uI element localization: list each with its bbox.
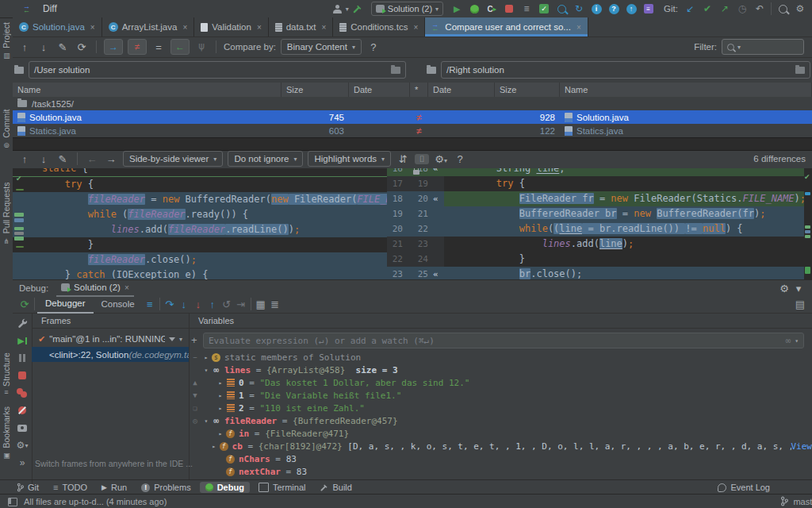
layout-settings-icon[interactable]: ≣ xyxy=(268,298,282,310)
expander-icon[interactable]: ▾ xyxy=(201,367,211,374)
column-header-size[interactable]: Size xyxy=(282,83,349,97)
expander-icon[interactable]: ▸ xyxy=(216,430,225,437)
upload-icon[interactable]: ↑ xyxy=(624,2,638,16)
filter-funnel-icon[interactable] xyxy=(169,337,175,341)
tab-conditions-tcs[interactable]: Conditions.tcs× xyxy=(333,17,425,37)
sidebar-item-bookmarks[interactable]: ▣Bookmarks xyxy=(0,406,13,460)
equal-icon[interactable]: = xyxy=(151,41,166,53)
view-as-table-icon[interactable]: ▦ xyxy=(254,298,268,310)
variable-row[interactable]: ▼▸1 = "Die Variable heißt file1." xyxy=(189,389,812,402)
toolwindow-button-terminal[interactable]: Terminal xyxy=(253,482,312,493)
user-icon[interactable] xyxy=(330,2,344,16)
left-path-input[interactable]: /User solution xyxy=(29,61,406,79)
stop-button[interactable] xyxy=(502,2,516,16)
next-difference-button[interactable]: ↓ xyxy=(36,41,51,53)
checks-icon[interactable]: ✓ xyxy=(537,2,551,16)
expander-icon[interactable]: ▸ xyxy=(216,405,225,412)
right-path-input[interactable]: /Right solution xyxy=(441,61,810,79)
toolwindow-button-event-log[interactable]: Event Log xyxy=(712,482,776,493)
close-icon[interactable]: × xyxy=(257,23,262,32)
variable-row[interactable]: fnChars = 83 xyxy=(189,452,812,465)
expander-icon[interactable]: ▸ xyxy=(216,392,225,399)
sidebar-item-project[interactable]: ▤Project xyxy=(0,22,13,60)
history-icon[interactable]: ◷ xyxy=(735,2,749,16)
settings-gear-icon[interactable]: ⚙ xyxy=(793,2,807,16)
tool-window-toggle-icon[interactable] xyxy=(8,498,17,506)
variables-tree[interactable]: −▸sstatic members of Solution▾∞lines = {… xyxy=(189,351,812,479)
hide-panel-icon[interactable]: ▾ xyxy=(791,283,806,294)
stop-button[interactable] xyxy=(17,370,28,381)
build-hammer-icon[interactable] xyxy=(350,2,365,16)
tab-validation[interactable]: Validation× xyxy=(194,17,269,37)
run-configuration-select[interactable]: Solution (2)▾ xyxy=(371,2,443,16)
step-over-button[interactable]: ↷ xyxy=(163,298,177,310)
edit-icon[interactable]: ✎ xyxy=(56,41,70,53)
coverage-button[interactable]: C▸ xyxy=(485,2,499,16)
tab-compare-user-and-correct-so-[interactable]: →←Compare user and correct so...× xyxy=(425,17,588,37)
variable-row[interactable]: ▸fin = {FileReader@471} xyxy=(189,427,812,440)
search-everywhere-icon[interactable] xyxy=(554,2,569,16)
accept-left-button[interactable]: ← xyxy=(170,39,190,55)
variable-row[interactable]: ▸fcb = {char[8192]@472} [D, a, s, , k, o… xyxy=(189,440,812,452)
thread-selector[interactable]: ✔ "main"@1 in ...in": RUNNING ▾ xyxy=(32,331,189,347)
close-icon[interactable]: × xyxy=(414,23,419,32)
rerun-button[interactable]: ⟳ xyxy=(17,298,32,310)
edit-icon[interactable]: ✎ xyxy=(56,153,70,165)
rollback-icon[interactable]: ↶ xyxy=(753,2,767,16)
git-branch-icon[interactable] xyxy=(780,496,788,508)
add-watch-button[interactable]: + xyxy=(191,334,197,346)
toolwindow-button-run[interactable]: ▶Run xyxy=(96,482,132,493)
variable-row[interactable]: −▸sstatic members of Solution xyxy=(189,351,812,364)
close-icon[interactable]: × xyxy=(90,23,95,32)
tab-debugger[interactable]: Debugger xyxy=(37,294,94,314)
prev-difference-button[interactable]: ↑ xyxy=(17,41,32,53)
browse-folder-icon[interactable] xyxy=(391,67,400,74)
evaluate-expression-input[interactable]: Evaluate expression (↵) or add a watch (… xyxy=(203,333,804,348)
prev-change-button[interactable]: ↑ xyxy=(17,153,32,165)
help-button[interactable]: ? xyxy=(366,41,381,53)
tab-console[interactable]: Console xyxy=(94,295,143,313)
column-header-*[interactable]: * xyxy=(410,83,428,97)
close-icon[interactable]: × xyxy=(124,283,129,292)
expander-icon[interactable]: ▸ xyxy=(201,354,211,361)
editor-toggle-icon[interactable]: ⌷ xyxy=(415,154,429,164)
accept-right-button[interactable]: → xyxy=(104,39,123,55)
thread-dump-camera-button[interactable] xyxy=(17,422,28,433)
column-header-name[interactable]: Name xyxy=(560,83,812,97)
expander-icon[interactable]: ▸ xyxy=(216,379,225,387)
toolwindow-button-problems[interactable]: !Problems xyxy=(136,482,196,493)
browse-folder-icon[interactable] xyxy=(795,67,805,74)
resume-button[interactable]: ▶ xyxy=(17,335,28,346)
tab-arraylist-java[interactable]: CArrayList.java× xyxy=(102,17,195,37)
force-step-into-button[interactable]: ↓ xyxy=(191,298,205,310)
viewer-mode-select[interactable]: Side-by-side viewer▾ xyxy=(123,151,223,167)
diff-code-area[interactable]: static {try {fileReader = new BufferedRe… xyxy=(13,168,812,279)
error-stripe[interactable]: ✔ xyxy=(804,168,812,279)
wrench-icon[interactable] xyxy=(17,318,28,329)
plugin-icon[interactable]: ≡ xyxy=(642,2,656,16)
column-header-date[interactable]: Date xyxy=(428,83,495,97)
stack-frame-row[interactable]: <clinit>:22, Solution (de.codegym.task xyxy=(32,347,189,362)
collapse-unchanged-icon[interactable]: ⇵ xyxy=(396,153,410,165)
toolwindow-button-git[interactable]: Git xyxy=(11,482,44,493)
toolwindow-button-debug[interactable]: Debug xyxy=(200,482,250,493)
table-row[interactable]: Solution.java745≠928Solution.java xyxy=(13,110,812,124)
close-icon[interactable]: × xyxy=(576,23,581,32)
refresh-icon[interactable]: ↻ xyxy=(572,2,586,16)
sidebar-item-commit[interactable]: ⊚Commit xyxy=(0,110,13,148)
settings-gear-icon[interactable]: ⚙▾ xyxy=(17,440,28,451)
variable-row[interactable]: fnextChar = 83 xyxy=(189,465,812,478)
search-icon[interactable] xyxy=(776,2,790,16)
highlight-mode-select[interactable]: Highlight words▾ xyxy=(308,151,391,167)
layout-list-icon[interactable]: ≡ xyxy=(143,298,157,310)
view-breakpoints-button[interactable] xyxy=(17,387,28,398)
git-commit-icon[interactable]: ✔ xyxy=(700,2,714,16)
compare-by-select[interactable]: Binary Content▾ xyxy=(281,39,362,55)
left-code-pane[interactable]: static {try {fileReader = new BufferedRe… xyxy=(13,168,387,279)
table-row[interactable]: Statics.java603≠122Statics.java xyxy=(13,124,812,137)
step-out-button[interactable]: ↑ xyxy=(205,298,220,310)
tab-solution-java[interactable]: CSolution.java× xyxy=(13,17,102,37)
filter-input[interactable]: ▾ xyxy=(722,39,804,55)
list-icon[interactable]: ≡ xyxy=(519,2,534,16)
expander-icon[interactable]: ▾ xyxy=(201,418,211,425)
